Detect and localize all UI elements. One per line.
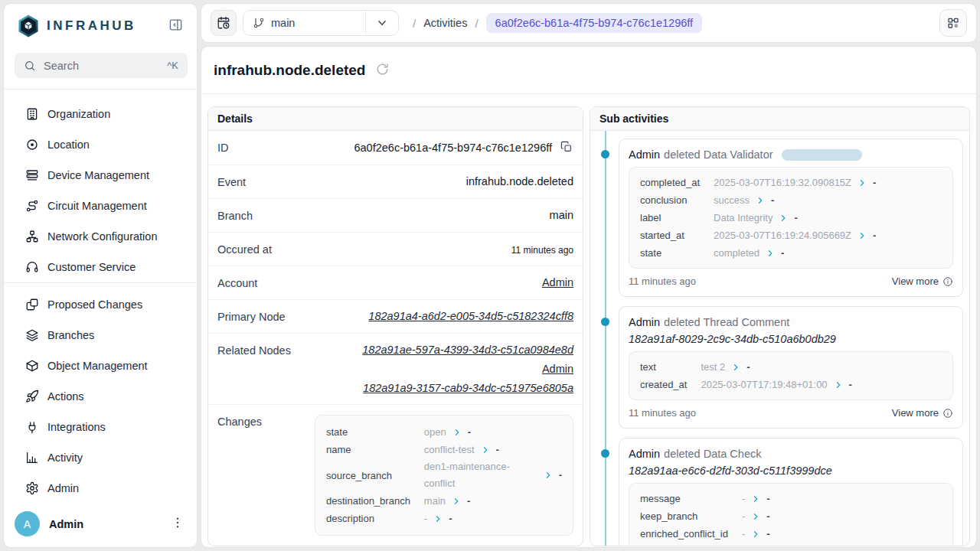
breadcrumb-activity-id[interactable]: 6a0f2e6c-b61a-4f75-b974-c76c1e1296ff xyxy=(486,13,703,33)
skeleton-placeholder xyxy=(782,149,862,161)
detail-label: Event xyxy=(217,175,246,188)
change-old-value: - xyxy=(742,491,745,507)
change-row: completed_at 2025-03-07T16:19:32.090815Z… xyxy=(640,174,876,191)
detail-label: Primary Node xyxy=(217,310,286,323)
chevron-right-icon xyxy=(731,363,740,372)
sidebar-item-integrations[interactable]: Integrations xyxy=(4,412,197,442)
node-link[interactable]: 182a91a9-3157-cab9-34dc-c51975e6805a xyxy=(363,382,573,394)
sidebar-item-label: Proposed Changes xyxy=(47,298,142,311)
change-new-value: - xyxy=(873,227,876,244)
details-panel-header: Details xyxy=(208,107,583,131)
detail-value: 11 minutes ago xyxy=(511,245,573,256)
sidebar-item-proposed-changes[interactable]: Proposed Changes xyxy=(4,289,197,320)
change-row: source_branch den1-maintenance-conflict … xyxy=(326,458,562,492)
node-link[interactable]: 182a91ae-597a-4399-34d3-c51ca0984e8d xyxy=(362,344,573,356)
headset-icon xyxy=(25,260,39,274)
node-link[interactable]: Admin xyxy=(542,276,573,289)
change-old-value: success xyxy=(714,192,750,209)
search-input[interactable]: Search ^K xyxy=(15,53,188,78)
change-row: state open - xyxy=(326,423,562,441)
panels: Details ID 6a0f2e6c-b61a-4f75-b974-c76c1… xyxy=(201,94,976,546)
sidebar-item-branches[interactable]: Branches xyxy=(4,320,197,350)
refresh-button[interactable] xyxy=(374,63,390,78)
node-link[interactable]: 182a91a4-a6d2-e005-34d5-c5182324cff8 xyxy=(368,310,573,322)
sidebar-item-organization[interactable]: Organization xyxy=(4,99,197,129)
change-new-value: - xyxy=(873,174,876,191)
sidebar-item-label: Activity xyxy=(47,452,83,464)
detail-label: Account xyxy=(217,276,257,289)
change-row: description - - xyxy=(326,510,562,527)
branch-name: main xyxy=(271,17,365,29)
route-icon xyxy=(25,199,39,213)
user-menu[interactable]: A Admin xyxy=(4,504,197,547)
change-new-value: - xyxy=(468,424,471,441)
node-id: 182a91aa-e6c6-d2fd-303d-c511f3999dce xyxy=(629,465,953,477)
chevron-right-icon xyxy=(544,471,553,480)
action-text: deleted Data Check xyxy=(664,448,761,460)
change-row: conclusion success - xyxy=(640,191,876,209)
breadcrumb-activities[interactable]: Activities xyxy=(423,17,467,29)
change-row: started_at 2025-03-07T16:19:24.905669Z - xyxy=(640,227,876,244)
change-row: enriched_conflict_id - - xyxy=(640,525,772,543)
copy-id-button[interactable] xyxy=(560,141,573,155)
plug-icon xyxy=(25,420,39,434)
change-new-value: - xyxy=(766,491,769,507)
sidebar: INFRAHUB Search ^K Organization Location… xyxy=(3,3,198,548)
chevron-right-icon xyxy=(858,178,867,187)
detail-row-account: AccountAdmin xyxy=(208,266,583,300)
branch-caret[interactable] xyxy=(365,11,398,35)
sidebar-item-actions[interactable]: Actions xyxy=(4,381,197,412)
action-text: deleted Thread Comment xyxy=(664,316,789,328)
sidebar-item-device-management[interactable]: Device Management xyxy=(4,160,197,191)
actor-name: Admin xyxy=(629,448,660,460)
change-new-value: - xyxy=(849,377,852,393)
sidebar-item-label: Network Configuration xyxy=(47,230,157,243)
chevron-right-icon xyxy=(452,497,461,506)
sidebar-collapse-button[interactable] xyxy=(166,17,185,35)
time-travel-button[interactable] xyxy=(211,10,237,36)
action-text: deleted Data Validator xyxy=(664,148,773,161)
sidebar-item-label: Object Management xyxy=(47,360,148,372)
details-panel: Details ID 6a0f2e6c-b61a-4f75-b974-c76c1… xyxy=(207,106,583,546)
sidebar-item-label: Location xyxy=(47,139,90,151)
sidebar-item-network-configuration[interactable]: Network Configuration xyxy=(4,221,197,252)
change-old-value: open xyxy=(424,424,446,441)
chevron-right-icon xyxy=(433,514,443,523)
change-old-value: - xyxy=(742,508,745,525)
detail-label: ID xyxy=(217,141,229,154)
change-row: label Data Integrity - xyxy=(640,209,876,227)
node-link[interactable]: Admin xyxy=(542,363,573,375)
detail-value: 6a0f2e6c-b61a-4f75-b974-c76c1e1296ff xyxy=(354,142,552,154)
sidebar-item-object-management[interactable]: Object Management xyxy=(4,350,197,381)
sidebar-item-activity[interactable]: Activity xyxy=(4,442,197,473)
detail-row-id: ID 6a0f2e6c-b61a-4f75-b974-c76c1e1296ff xyxy=(208,131,583,165)
logo-text: INFRAHUB xyxy=(47,18,166,34)
sidebar-item-label: Device Management xyxy=(47,169,149,181)
sidebar-item-label: Organization xyxy=(47,108,110,120)
view-more-button[interactable]: View more xyxy=(892,407,953,419)
detail-row-event: Event infrahub.node.deleted xyxy=(208,165,583,199)
sidebar-item-label: Actions xyxy=(47,390,84,403)
view-more-button[interactable]: View more xyxy=(892,276,953,287)
calendar-clock-icon xyxy=(217,16,230,30)
change-old-value: 2025-03-07T16:19:24.905669Z xyxy=(714,227,851,244)
graph-view-button[interactable] xyxy=(939,9,967,37)
change-key: text xyxy=(640,361,656,373)
change-row: state completed - xyxy=(640,244,876,262)
changes-box: completed_at 2025-03-07T16:19:32.090815Z… xyxy=(629,167,953,269)
sidebar-item-customer-service[interactable]: Customer Service xyxy=(4,252,197,282)
branch-selector[interactable]: main xyxy=(243,10,399,36)
panel-collapse-icon xyxy=(168,18,183,32)
rocket-icon xyxy=(25,390,39,403)
change-new-value: - xyxy=(746,359,750,376)
view-more-label: View more xyxy=(892,407,939,419)
sidebar-item-circuit-management[interactable]: Circuit Management xyxy=(4,191,197,221)
breadcrumb-separator: / xyxy=(413,17,416,30)
change-new-value: - xyxy=(794,210,797,227)
user-kebab-menu-button[interactable] xyxy=(169,516,186,533)
sidebar-item-location[interactable]: Location xyxy=(4,129,197,160)
timeline-line xyxy=(605,131,606,546)
change-old-value: den1-maintenance-conflict xyxy=(424,458,537,492)
change-new-value: - xyxy=(781,245,784,262)
sidebar-item-admin[interactable]: Admin xyxy=(4,473,197,504)
